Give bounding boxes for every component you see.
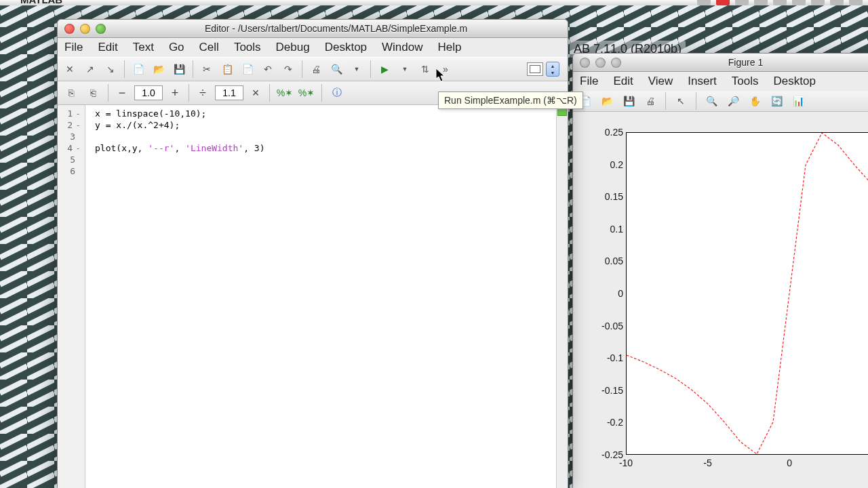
- close-doc-icon[interactable]: ✕: [62, 61, 78, 77]
- copy-icon[interactable]: 📋: [219, 61, 235, 77]
- menu-edit[interactable]: Edit: [613, 75, 633, 88]
- app-name: MATLAB: [20, 0, 62, 5]
- dock-selector[interactable]: ▲▼: [527, 62, 559, 77]
- multiply-button[interactable]: ×: [249, 86, 262, 100]
- save-file-icon[interactable]: 💾: [171, 61, 187, 77]
- print-icon[interactable]: 🖨: [308, 61, 324, 77]
- zoom-icon[interactable]: [611, 58, 621, 68]
- info-icon[interactable]: ⓘ: [329, 85, 345, 101]
- zoom-icon[interactable]: [96, 24, 106, 34]
- menu-tools[interactable]: Tools: [234, 41, 261, 54]
- paste-icon[interactable]: 📄: [239, 61, 256, 77]
- minimize-icon[interactable]: [80, 24, 90, 34]
- eval-cell-icon-2[interactable]: %✶: [298, 85, 315, 101]
- plot-area: 0.250.20.150.10.050-0.05-0.1-0.15-0.2-0.…: [573, 112, 868, 488]
- new-file-icon[interactable]: 📄: [130, 61, 146, 77]
- menu-insert[interactable]: Insert: [688, 75, 717, 88]
- figure-menubar: File Edit View Insert Tools Desktop: [573, 72, 868, 91]
- line-gutter: 1-2-3 4-5 6: [58, 105, 85, 488]
- axes[interactable]: [626, 132, 868, 455]
- run-tooltip: Run SimpleExample.m (⌘⌥R): [438, 92, 583, 109]
- menu-help[interactable]: Help: [438, 41, 462, 54]
- run-advance-icon[interactable]: ⇅: [417, 61, 433, 77]
- separator: [189, 84, 189, 102]
- undo-icon[interactable]: ↶: [260, 61, 276, 77]
- eval-cell-icon[interactable]: ⎗: [85, 85, 101, 101]
- menu-go[interactable]: Go: [169, 41, 184, 54]
- zoom-in-icon[interactable]: 🔍: [703, 93, 719, 109]
- menu-tools[interactable]: Tools: [732, 75, 759, 88]
- undock-icon[interactable]: ↗: [82, 61, 98, 77]
- figure-window: Figure 1 File Edit View Insert Tools Des…: [572, 53, 868, 488]
- figure-titlebar[interactable]: Figure 1: [573, 54, 868, 72]
- save-icon[interactable]: 💾: [620, 93, 637, 109]
- separator: [696, 92, 696, 110]
- separator: [302, 60, 302, 78]
- menu-cell[interactable]: Cell: [199, 41, 219, 54]
- run-dropdown-icon[interactable]: ▼: [397, 61, 413, 77]
- menu-desktop[interactable]: Desktop: [773, 75, 815, 88]
- menubar-status-icons: [697, 0, 863, 5]
- figure-toolbar: 📄 📂 💾 🖨 ↖ 🔍 🔎 ✋ 🔄 📊: [573, 91, 868, 112]
- divide-button[interactable]: ÷: [196, 86, 210, 100]
- dropdown-icon[interactable]: ▼: [349, 61, 365, 77]
- menu-file[interactable]: File: [64, 41, 83, 54]
- separator: [665, 92, 666, 110]
- menu-view[interactable]: View: [648, 75, 673, 88]
- menu-edit[interactable]: Edit: [98, 41, 117, 54]
- separator: [108, 84, 108, 102]
- decrement-button[interactable]: −: [115, 86, 129, 100]
- increment-button[interactable]: +: [168, 86, 182, 100]
- separator: [370, 60, 371, 78]
- menu-desktop[interactable]: Desktop: [325, 41, 367, 54]
- separator: [193, 60, 193, 78]
- editor-menubar: File Edit Text Go Cell Tools Debug Deskt…: [58, 38, 568, 57]
- dock-layout-icon[interactable]: [527, 62, 543, 76]
- dock-stepper-icon[interactable]: ▲▼: [546, 62, 559, 77]
- run-icon[interactable]: ▶: [376, 61, 393, 77]
- data-cursor-icon[interactable]: 📊: [790, 93, 806, 109]
- redo-icon[interactable]: ↷: [280, 61, 296, 77]
- menu-text[interactable]: Text: [133, 41, 154, 54]
- close-icon[interactable]: [64, 24, 75, 34]
- pan-icon[interactable]: ✋: [747, 93, 763, 109]
- zoom-out-icon[interactable]: 🔎: [725, 93, 741, 109]
- editor-toolbar: ✕ ↗ ↘ 📄 📂 💾 ✂ 📋 📄 ↶ ↷ 🖨 🔍 ▼ ▶ ▼ ⇅ » ▲▼: [58, 57, 568, 81]
- editor-body: 1-2-3 4-5 6 x = linspace(-10,10);y = x./…: [58, 105, 568, 488]
- minimize-icon[interactable]: [595, 58, 606, 68]
- open-file-icon[interactable]: 📂: [151, 61, 167, 77]
- editor-title: Editor - /Users/rtalbert/Documents/MATLA…: [111, 23, 561, 34]
- message-bar[interactable]: [556, 105, 568, 488]
- pointer-icon[interactable]: ↖: [673, 93, 689, 109]
- eval-cell-advance-icon[interactable]: %✶: [277, 85, 293, 101]
- dock-icon[interactable]: ↘: [102, 61, 119, 77]
- cut-icon[interactable]: ✂: [199, 61, 215, 77]
- editor-window: Editor - /Users/rtalbert/Documents/MATLA…: [57, 19, 568, 488]
- insert-cell-icon[interactable]: ⎘: [63, 85, 79, 101]
- increment-value-2[interactable]: 1.1: [215, 85, 243, 100]
- separator: [269, 84, 270, 102]
- print-icon[interactable]: 🖨: [642, 93, 658, 109]
- close-icon[interactable]: [580, 58, 590, 68]
- macos-menubar: MATLAB: [0, 0, 868, 5]
- editor-titlebar[interactable]: Editor - /Users/rtalbert/Documents/MATLA…: [58, 20, 568, 38]
- menu-file[interactable]: File: [580, 75, 598, 88]
- overflow-icon[interactable]: »: [437, 61, 454, 77]
- separator: [124, 60, 125, 78]
- menu-debug[interactable]: Debug: [276, 41, 310, 54]
- separator: [321, 84, 322, 102]
- menu-window[interactable]: Window: [382, 41, 422, 54]
- figure-title: Figure 1: [627, 57, 865, 68]
- increment-value-1[interactable]: 1.0: [134, 85, 163, 100]
- plot-line: [627, 133, 868, 454]
- code-area[interactable]: x = linspace(-10,10);y = x./(x.^2+4); pl…: [85, 105, 556, 488]
- find-icon[interactable]: 🔍: [328, 61, 344, 77]
- rotate-icon[interactable]: 🔄: [768, 93, 785, 109]
- open-icon[interactable]: 📂: [599, 93, 615, 109]
